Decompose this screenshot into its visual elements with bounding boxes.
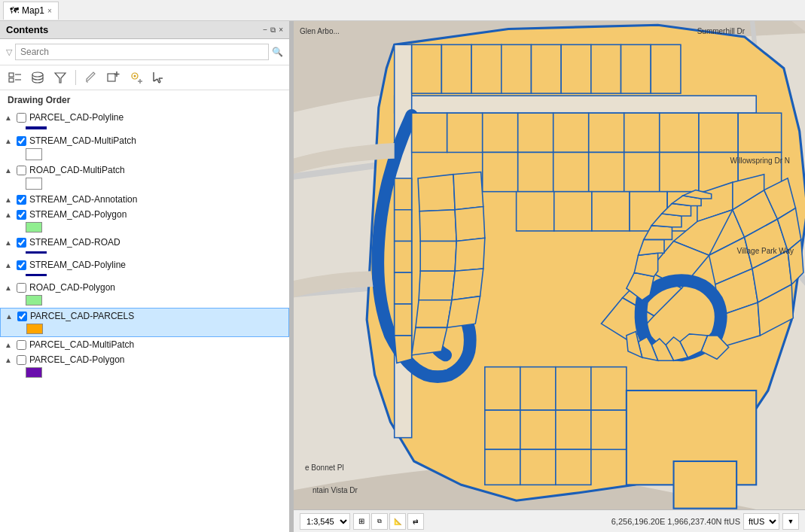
- layer-checkbox[interactable]: [17, 136, 26, 146]
- filter-icon: ▽: [6, 47, 12, 57]
- svg-rect-30: [441, 44, 471, 93]
- svg-rect-36: [621, 44, 651, 93]
- layer-name: STREAM_CAD-Polygon: [29, 209, 127, 220]
- top-bar: 🗺 Map1 ×: [0, 0, 805, 21]
- layer-symbol: [26, 148, 42, 160]
- select-button[interactable]: [150, 68, 168, 87]
- float-button[interactable]: ⧉: [270, 26, 276, 35]
- layer-symbol: [26, 222, 42, 233]
- svg-rect-35: [591, 44, 621, 93]
- svg-rect-39: [447, 113, 483, 152]
- svg-rect-46: [699, 113, 738, 152]
- layer-name: ROAD_CAD-MultiPatch: [29, 165, 125, 175]
- svg-rect-72: [520, 449, 556, 485]
- svg-rect-75: [674, 461, 737, 509]
- svg-rect-41: [518, 113, 553, 152]
- extent-button[interactable]: ⧉: [371, 513, 388, 530]
- svg-point-12: [134, 75, 136, 78]
- svg-rect-64: [520, 367, 556, 410]
- svg-rect-37: [651, 44, 681, 93]
- layer-item[interactable]: ▲ STREAM_CAD-Annotation: [0, 192, 289, 207]
- svg-rect-53: [660, 152, 699, 191]
- point-button[interactable]: [127, 68, 145, 87]
- map1-tab[interactable]: 🗺 Map1 ×: [3, 2, 59, 20]
- edit-button[interactable]: [82, 68, 100, 87]
- search-submit-icon[interactable]: 🔍: [272, 47, 283, 57]
- header-controls: − ⧉ ×: [263, 26, 283, 35]
- svg-rect-0: [9, 73, 14, 77]
- expand-icon: ▲: [5, 137, 14, 145]
- layer-checkbox[interactable]: [17, 340, 26, 350]
- map-icon: 🗺: [10, 5, 19, 16]
- svg-rect-50: [553, 152, 589, 191]
- pin-button[interactable]: −: [263, 26, 267, 35]
- layer-checkbox[interactable]: [17, 195, 26, 205]
- layer-item[interactable]: ▲ PARCEL_CAD-Polyline: [0, 110, 289, 133]
- map-svg: [294, 21, 805, 532]
- svg-rect-58: [592, 192, 630, 231]
- list-view-button[interactable]: [6, 68, 24, 87]
- svg-rect-73: [556, 449, 591, 485]
- svg-rect-43: [589, 113, 624, 152]
- layer-list: Drawing Order ▲ PARCEL_CAD-Polyline ▲ ST…: [0, 90, 289, 532]
- tab-label: Map1: [22, 5, 44, 16]
- layer-checkbox[interactable]: [17, 210, 26, 220]
- layer-item[interactable]: ▲ STREAM_CAD-Polyline: [0, 257, 289, 280]
- layer-toolbar: [0, 65, 289, 90]
- map-canvas: Glen Arbo... Summerhill Dr Willowspring …: [294, 21, 805, 532]
- layer-name: PARCEL_CAD-Polygon: [29, 354, 125, 365]
- layer-checkbox[interactable]: [17, 260, 26, 270]
- layer-checkbox[interactable]: [17, 283, 26, 293]
- layer-item[interactable]: ▲ STREAM_CAD-ROAD: [0, 235, 289, 257]
- sync-button[interactable]: ⇄: [407, 513, 424, 530]
- svg-marker-5: [55, 73, 66, 83]
- layer-name: PARCEL_CAD-PARCELS: [30, 311, 134, 321]
- layer-item[interactable]: ▲ PARCEL_CAD-MultiPatch: [0, 337, 289, 352]
- map-area[interactable]: Glen Arbo... Summerhill Dr Willowspring …: [294, 21, 805, 532]
- status-bar: 1:3,545 ⊞ ⧉ 📐 ⇄ 6,256,196.20E 1,966,237.…: [294, 509, 805, 532]
- layer-checkbox[interactable]: [17, 166, 26, 175]
- search-input[interactable]: [15, 44, 269, 60]
- svg-rect-42: [553, 113, 589, 152]
- svg-rect-44: [624, 113, 660, 152]
- layer-item[interactable]: ▲ ROAD_CAD-MultiPatch: [0, 163, 289, 192]
- close-panel-button[interactable]: ×: [279, 26, 283, 35]
- layer-checkbox[interactable]: [17, 312, 27, 321]
- layer-checkbox[interactable]: [17, 355, 26, 365]
- filter-layers-button[interactable]: [51, 68, 69, 87]
- layer-checkbox[interactable]: [17, 113, 26, 123]
- expand-icon: ▲: [5, 196, 14, 204]
- svg-rect-52: [624, 152, 660, 191]
- tab-close-btn[interactable]: ×: [47, 7, 52, 15]
- toolbar-separator-1: [75, 70, 76, 85]
- expand-icon: ▲: [5, 312, 14, 321]
- datasource-button[interactable]: [29, 68, 47, 87]
- expand-icon: ▲: [5, 261, 14, 269]
- layer-name: STREAM_CAD-MultiPatch: [29, 135, 136, 146]
- svg-rect-70: [591, 410, 627, 449]
- layer-item[interactable]: ▲ ROAD_CAD-Polygon: [0, 280, 289, 308]
- layer-item[interactable]: ▲ PARCEL_CAD-Polygon: [0, 352, 289, 380]
- layer-item-selected[interactable]: ▲ PARCEL_CAD-PARCELS: [0, 308, 289, 337]
- layer-item[interactable]: ▲ STREAM_CAD-MultiPatch: [0, 133, 289, 163]
- layer-symbol: [26, 274, 47, 276]
- add-layer-button[interactable]: [105, 68, 123, 87]
- svg-rect-51: [589, 152, 624, 191]
- units-selector[interactable]: ftUS: [743, 513, 779, 530]
- svg-rect-47: [738, 113, 781, 152]
- scale-selector[interactable]: 1:3,545: [300, 513, 350, 530]
- svg-rect-40: [483, 113, 518, 152]
- layer-item[interactable]: ▲ STREAM_CAD-Polygon: [0, 207, 289, 235]
- expand-button[interactable]: ▼: [782, 513, 799, 530]
- measure-button[interactable]: 📐: [389, 513, 406, 530]
- contents-panel: Contents − ⧉ × ▽ 🔍: [0, 21, 290, 532]
- expand-icon: ▲: [5, 356, 14, 364]
- layer-checkbox[interactable]: [17, 238, 26, 248]
- svg-rect-66: [591, 367, 627, 410]
- layer-name: STREAM_CAD-Polyline: [29, 260, 126, 270]
- svg-rect-67: [485, 410, 520, 449]
- svg-line-18: [159, 82, 160, 83]
- grid-button[interactable]: ⊞: [353, 513, 370, 530]
- expand-icon: ▲: [5, 239, 14, 247]
- svg-rect-56: [517, 192, 554, 231]
